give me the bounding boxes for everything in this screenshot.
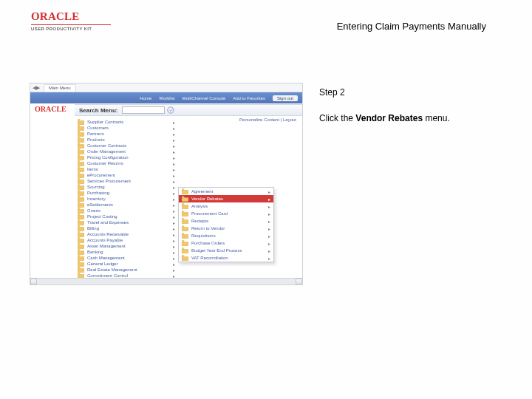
menu-item[interactable]: Partners▸ <box>78 131 175 137</box>
scroll-right-button[interactable] <box>296 279 302 284</box>
search-input[interactable] <box>122 106 165 114</box>
chevron-right-icon: ▸ <box>140 185 175 190</box>
submenu-item[interactable]: Procurement Card▸ <box>179 210 273 217</box>
menu-item[interactable]: eSettlements▸ <box>78 202 175 208</box>
chevron-right-icon: ▸ <box>140 149 175 154</box>
chevron-right-icon: ▸ <box>140 173 175 178</box>
menu-item[interactable]: Supplier Contracts▸ <box>78 119 175 125</box>
folder-icon <box>78 214 84 219</box>
chevron-right-icon: ▸ <box>140 244 175 249</box>
menu-item[interactable]: Sourcing▸ <box>78 184 175 190</box>
folder-icon <box>78 166 84 172</box>
menu-item-label: Customer Returns <box>87 161 123 166</box>
upk-subtitle: USER PRODUCTIVITY KIT <box>31 24 111 31</box>
doc-header: ORACLE USER PRODUCTIVITY KIT Entering Cl… <box>0 0 532 38</box>
chevron-right-icon: ▸ <box>140 238 175 243</box>
instruction-panel: Step 2 Click the Vendor Rebates menu. <box>319 83 495 285</box>
nav-worklist[interactable]: Worklist <box>159 96 174 100</box>
chevron-right-icon: ▸ <box>140 262 175 267</box>
chevron-right-icon: ▸ <box>140 161 175 166</box>
menu-item[interactable]: Pricing Configuration▸ <box>78 154 175 160</box>
menu-item[interactable]: Travel and Expenses▸ <box>78 219 175 225</box>
chevron-right-icon: ▸ <box>140 155 175 160</box>
menu-item[interactable]: Grants▸ <box>78 208 175 214</box>
folder-icon <box>78 261 84 267</box>
submenu-item-label: Analysis <box>191 204 265 208</box>
menu-item[interactable]: Billing▸ <box>78 225 175 231</box>
menu-item-label: Order Management <box>87 149 126 154</box>
folder-icon <box>78 237 84 243</box>
chevron-right-icon: ▸ <box>268 233 270 239</box>
app-brand: ORACLE <box>30 104 73 117</box>
chevron-right-icon: ▸ <box>140 132 175 137</box>
submenu-item-label: Vendor Rebates <box>191 197 265 201</box>
menu-item[interactable]: Accounts Receivable▸ <box>78 231 175 237</box>
folder-icon <box>78 125 84 131</box>
menu-item[interactable]: Customer Returns▸ <box>78 160 175 166</box>
menu-item[interactable]: Excise and Sales Tax▸ <box>78 284 175 285</box>
chevron-right-icon: ▸ <box>140 232 175 237</box>
signout-button[interactable]: Sign out <box>273 95 298 101</box>
menu-item[interactable]: Order Management▸ <box>78 149 175 154</box>
chevron-right-icon: ▸ <box>140 179 175 184</box>
folder-icon <box>78 178 84 184</box>
menu-item[interactable]: Purchasing▸ <box>78 190 175 196</box>
menu-item-label: Travel and Expenses <box>87 220 129 225</box>
menu-item[interactable]: Real Estate Management▸ <box>78 267 175 273</box>
submenu-item-highlighted[interactable]: Vendor Rebates▸ <box>179 195 273 202</box>
chevron-right-icon: ▸ <box>140 197 175 202</box>
nav-favorites[interactable]: Add to Favorites <box>233 96 265 100</box>
menu-item[interactable]: Customers▸ <box>78 125 175 131</box>
folder-icon <box>78 160 84 166</box>
nav-home[interactable]: Home <box>140 96 151 100</box>
chevron-right-icon: ▸ <box>140 285 175 286</box>
chevron-right-icon: ▸ <box>268 256 270 261</box>
menu-item-label: Inventory <box>87 197 106 201</box>
folder-icon <box>78 149 84 154</box>
menu-item[interactable]: Items▸ <box>78 166 175 172</box>
menu-item[interactable]: General Ledger▸ <box>78 261 175 267</box>
menu-item[interactable]: Services Procurement▸ <box>78 178 175 184</box>
menu-item[interactable]: Project Costing▸ <box>78 214 175 219</box>
folder-icon <box>182 218 188 224</box>
folder-icon <box>78 172 84 178</box>
menu-item[interactable]: Cash Management▸ <box>78 255 175 261</box>
submenu-item[interactable]: Return to Vendor▸ <box>179 225 273 232</box>
submenu-panel: Agreement▸Vendor Rebates▸Analysis▸Procur… <box>178 187 274 262</box>
scroll-left-button[interactable] <box>30 279 37 284</box>
nav-mcc[interactable]: MultiChannel Console <box>183 96 226 100</box>
menu-item[interactable]: eProcurement▸ <box>78 172 175 178</box>
submenu-item[interactable]: Purchase Orders▸ <box>179 239 273 247</box>
submenu-item[interactable]: Analysis▸ <box>179 202 273 210</box>
h-scrollbar[interactable] <box>30 278 302 284</box>
menu-item[interactable]: Inventory▸ <box>78 196 175 202</box>
submenu-item[interactable]: Receipts▸ <box>179 217 273 225</box>
submenu-item[interactable]: VAT Reconciliation▸ <box>179 254 273 262</box>
chevron-right-icon: ▸ <box>268 226 270 231</box>
search-go-icon[interactable] <box>166 106 175 115</box>
folder-icon <box>182 255 188 261</box>
menu-item-label: Supplier Contracts <box>87 120 123 124</box>
submenu-item[interactable]: Agreement▸ <box>179 188 273 195</box>
chevron-right-icon: ▸ <box>140 226 175 231</box>
menu-item-label: Customers <box>87 126 109 130</box>
menu-item[interactable]: Accounts Payable▸ <box>78 237 175 243</box>
submenu-item-label: VAT Reconciliation <box>191 256 265 260</box>
submenu-item[interactable]: Requisitions▸ <box>179 232 273 239</box>
menu-item-label: eSettlements <box>87 202 113 207</box>
browser-tab[interactable]: Main Menu <box>44 84 76 92</box>
folder-icon <box>78 143 84 149</box>
menu-item[interactable]: Banking▸ <box>78 249 175 255</box>
personalize-link[interactable]: Personalize Content | Layout <box>239 117 296 122</box>
oracle-logo: ORACLE <box>31 10 127 23</box>
chevron-right-icon: ▸ <box>268 219 270 224</box>
menu-item[interactable]: Customer Contracts▸ <box>78 143 175 149</box>
submenu-item-label: Purchase Orders <box>191 241 265 245</box>
menu-item[interactable]: Products▸ <box>78 137 175 143</box>
menu-item-label: Asset Management <box>87 244 126 248</box>
menu-item-label: Banking <box>87 250 103 254</box>
submenu-item[interactable]: Budget Year End Process▸ <box>179 247 273 254</box>
menu-item[interactable]: Asset Management▸ <box>78 243 175 249</box>
menu-item-label: Grants <box>87 208 100 213</box>
chevron-right-icon: ▸ <box>140 267 175 273</box>
